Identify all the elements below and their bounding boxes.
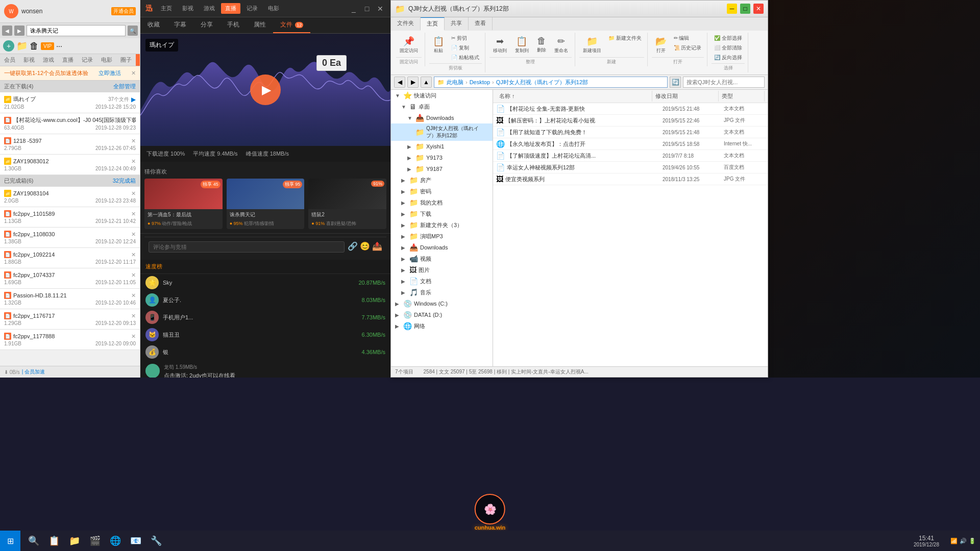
fe-rtab-view[interactable]: 查看: [469, 17, 493, 31]
va-rec-item-2[interactable]: 91% 猎鼠2 ● 91% 喜剧/悬疑/恐怖: [308, 179, 386, 229]
dm-tab-live[interactable]: 直播: [58, 54, 78, 66]
dm-completed-item-1[interactable]: 📄fc2ppv_1101589✕ 1.13GB2019-12-21 10:42: [0, 207, 140, 228]
fe-nav-up-btn[interactable]: ▲: [421, 77, 432, 88]
dm-completed-item-5[interactable]: 📄Passion-HD.18.11.21✕ 1.32GB2019-12-20 1…: [0, 289, 140, 309]
fe-expand-downloads[interactable]: ▼: [407, 115, 413, 121]
va-play-button[interactable]: ▶: [250, 74, 281, 105]
fe-expand-xyishi[interactable]: ▶: [407, 144, 413, 149]
fe-expand-y9187[interactable]: ▶: [407, 166, 413, 172]
fe-expand-network[interactable]: ▶: [395, 323, 401, 329]
dm-vip-btn[interactable]: VIP: [41, 42, 54, 50]
fe-edit-btn[interactable]: ✏ 编辑: [671, 34, 704, 43]
va-ctab-subtitle[interactable]: 字幕: [167, 17, 193, 33]
fe-sidebar-y9187[interactable]: ▶ 📁 Y9187: [391, 163, 493, 174]
dm-more-btn[interactable]: ···: [56, 42, 62, 50]
dm-completed-item-4[interactable]: 📄fc2ppv_1074337✕ 1.69GB2019-12-20 11:05: [0, 268, 140, 289]
taskbar-icon-media[interactable]: 🎬: [86, 532, 104, 550]
dm-completed-folder[interactable]: 32完成箱: [113, 177, 136, 185]
va-chat-send-btn[interactable]: 📤: [372, 241, 382, 253]
va-tab-film[interactable]: 影视: [178, 3, 198, 14]
fe-expand-music[interactable]: ▶: [401, 290, 407, 295]
dm-folder-btn[interactable]: 📁: [16, 40, 28, 52]
va-ctab-prop[interactable]: 属性: [247, 17, 273, 33]
dm-item-delete-1[interactable]: ✕: [131, 117, 136, 123]
fe-sidebar-newf3[interactable]: ▶ 📁 新建文件夹（3）: [391, 219, 493, 231]
dm-item-delete-2[interactable]: ✕: [131, 138, 136, 144]
taskbar-icon-explorer[interactable]: 📁: [65, 532, 84, 550]
fe-close-btn[interactable]: ✕: [753, 4, 764, 14]
dm-add-task-btn[interactable]: +: [3, 40, 14, 52]
dm-completed-item-2[interactable]: 📄fc2ppv_1108030✕ 1.38GB2019-12-20 12:24: [0, 228, 140, 248]
fe-expand-docs[interactable]: ▶: [401, 279, 407, 284]
taskbar-icon-search[interactable]: 🔍: [24, 532, 43, 550]
fe-nav-forward-btn[interactable]: ▶: [407, 77, 419, 88]
fe-rename-btn[interactable]: ✏ 重命名: [551, 34, 572, 56]
fe-expand-quick[interactable]: ▼: [395, 93, 401, 98]
fe-file-row-6[interactable]: 🖼 便宜类视频系列 2018/11/3 13:25 JPG 文件: [493, 173, 768, 185]
fe-invertsel-btn[interactable]: 🔄 反向选择: [712, 53, 745, 62]
dm-vip-badge[interactable]: 开通会员: [111, 7, 136, 15]
fe-expand-desktop[interactable]: ▼: [401, 104, 407, 110]
dm-back-btn[interactable]: ◀: [2, 26, 12, 36]
fe-expand-mydoc[interactable]: ▶: [401, 200, 407, 206]
fe-sidebar-desktop[interactable]: ▼ 🖥 卓面: [391, 101, 493, 112]
fe-rtab-home[interactable]: 主页: [421, 17, 445, 31]
taskbar-show-desktop[interactable]: [976, 531, 978, 551]
va-tab-home[interactable]: 主页: [157, 3, 176, 14]
va-ctab-files[interactable]: 文件 12: [273, 17, 310, 33]
fe-file-row-2[interactable]: 📄 【用了就知道了下载的,纯免费！ 2019/5/15 21:48 文本文档: [493, 127, 768, 138]
dm-completed-item-0[interactable]: 📁 ZAY19083104 ✕ 2.0GB2019-12-23 23:48: [0, 187, 140, 207]
fe-search-input[interactable]: [683, 77, 765, 88]
fe-expand-downloads2[interactable]: ▶: [401, 245, 407, 251]
taskbar-icon-browser[interactable]: 🌐: [106, 532, 125, 550]
dm-completed-delete-0[interactable]: ✕: [131, 190, 136, 197]
taskbar-icon-mail[interactable]: 📧: [127, 532, 145, 550]
dm-vip-prompt[interactable]: | 会员加速: [22, 368, 45, 375]
fe-sidebar-xyishi1[interactable]: ▶ 📁 Xyishi1: [391, 141, 493, 152]
va-tab-live[interactable]: 直播: [221, 3, 240, 14]
fe-sidebar-downloads2[interactable]: ▶ 📥 Downloads: [391, 242, 493, 253]
fe-nav-back-btn[interactable]: ◀: [394, 77, 405, 88]
va-ctab-phone[interactable]: 手机: [220, 17, 247, 33]
fe-sidebar-xiazai[interactable]: ▶ 📁 下载: [391, 208, 493, 219]
dm-completed-item-7[interactable]: 📄fc2ppv_1177888✕ 1.91GB2019-12-20 09:00: [0, 330, 140, 350]
fe-sidebar-network[interactable]: ▶ 🌐 网络: [391, 320, 493, 332]
fe-expand-newf3[interactable]: ▶: [401, 222, 407, 228]
fe-copyto-btn[interactable]: 📋 复制到: [511, 34, 532, 56]
fe-sidebar-downloads[interactable]: ▼ 📥 Downloads: [391, 112, 493, 123]
fe-file-row-4[interactable]: 📄 【了解顶级速度】上村花论坛高清... 2019/7/7 8:18 文本文档: [493, 150, 768, 162]
fe-expand-windowsc[interactable]: ▶: [395, 301, 401, 307]
fe-file-row-5[interactable]: 📄 幸运女人神秘视频系列12部 2019/4/26 10:55 百度文档: [493, 162, 768, 173]
va-chat-link-btn[interactable]: 🔗: [348, 241, 358, 253]
dm-completed-delete-7[interactable]: ✕: [131, 333, 136, 340]
dm-downloading-item-1[interactable]: 📄 【村花论坛-www.cun.cool】-J0 045[国际顶级下载合集下载 …: [0, 113, 140, 134]
taskbar-icon-settings[interactable]: 🔧: [147, 532, 165, 550]
fe-deselect-btn[interactable]: ⬜ 全部清除: [712, 43, 745, 53]
va-rec-item-1[interactable]: 独享 95 诛杀腾天记 ● 95% 犯罪/情感/剧情: [227, 179, 305, 229]
dm-search-btn[interactable]: 🔍: [128, 26, 138, 36]
fe-col-date[interactable]: 修改日期: [652, 91, 719, 102]
fe-expand-fangchan[interactable]: ▶: [401, 178, 407, 183]
dm-tab-record[interactable]: 记录: [78, 54, 97, 66]
fe-newf-btn[interactable]: 📁 新建文件夹: [606, 34, 644, 43]
dm-tab-movie[interactable]: 电影: [97, 54, 116, 66]
dm-downloading-item-0[interactable]: 📁 瑪れイプ 37个文件 ▶ 21.02GB 2019-12-28 15:20: [0, 92, 140, 113]
fe-copy-btn[interactable]: 📄 复制: [449, 43, 482, 53]
fe-sidebar-mima[interactable]: ▶ 📁 密码: [391, 186, 493, 197]
fe-selectall-btn[interactable]: ✅ 全部选择: [712, 34, 745, 43]
fe-sidebar-docs[interactable]: ▶ 📄 文档: [391, 276, 493, 287]
fe-sidebar-yanchangmp3[interactable]: ▶ 📁 演唱MP3: [391, 231, 493, 242]
dm-downloading-item-3[interactable]: 📁 ZAY19083012 ✕ 1.30GB 2019-12-24 00:49: [0, 155, 140, 175]
fe-sidebar-y9173[interactable]: ▶ 📁 Y9173: [391, 152, 493, 163]
fe-expand-xiazai[interactable]: ▶: [401, 211, 407, 217]
fe-address-bar[interactable]: 📁 此电脑 › Desktop › QJ时女人烈视（瑪れイプ）系列12部: [434, 77, 668, 88]
dm-completed-delete-4[interactable]: ✕: [131, 272, 136, 279]
dm-tab-ad[interactable]: 广告: [136, 54, 140, 66]
va-maximize-icon[interactable]: □: [362, 4, 372, 14]
va-rec-item-0[interactable]: 独享 45 第一滴血5：最后战 ● 97% 动作/冒险/枪战: [144, 179, 223, 229]
dm-search-input[interactable]: [27, 25, 126, 36]
dm-promo-close[interactable]: ✕: [131, 70, 136, 77]
fe-expand-data1d[interactable]: ▶: [395, 312, 401, 318]
fe-expand-y9173[interactable]: ▶: [407, 155, 413, 161]
fe-sidebar-pictures[interactable]: ▶ 🖼 图片: [391, 264, 493, 276]
